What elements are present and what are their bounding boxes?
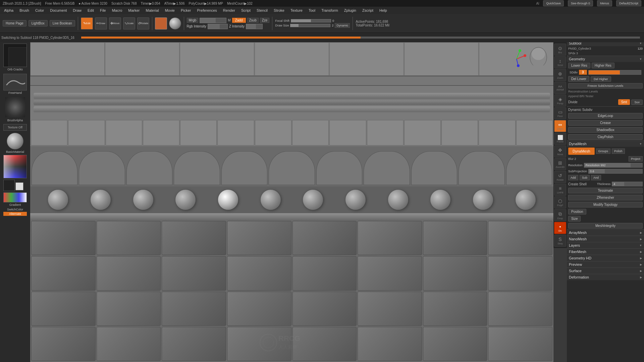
- see-through[interactable]: See-through 0: [568, 0, 593, 6]
- side-icon-persp[interactable]: ◈ Persp: [554, 95, 566, 107]
- add-btn[interactable]: Add: [568, 175, 578, 180]
- side-icon-skey[interactable]: S Skey: [554, 235, 566, 247]
- array-mesh-title[interactable]: ArrayMesh ▶: [567, 229, 644, 236]
- alternate-btn[interactable]: Alternate: [3, 212, 27, 216]
- surface-title[interactable]: Surface ▶: [567, 267, 644, 274]
- edit-btn[interactable]: ✎Edit: [81, 17, 93, 29]
- live-boolean-btn[interactable]: Live Boolean: [50, 20, 75, 26]
- menu-document[interactable]: Document: [47, 8, 69, 13]
- menu-alpha[interactable]: Alpha: [1, 8, 16, 13]
- subproj-slider[interactable]: 0.6: [588, 169, 643, 174]
- zsub-btn[interactable]: Zsub: [247, 18, 259, 23]
- menu-marker[interactable]: Marker: [125, 8, 142, 13]
- menu-stencil[interactable]: Stencil: [254, 8, 270, 13]
- lower-res-btn[interactable]: Lower Res: [568, 63, 590, 68]
- menu-script[interactable]: Script: [238, 8, 253, 13]
- project-btn[interactable]: Project: [629, 156, 643, 162]
- side-icon-zoom3d[interactable]: ⊞ Zoom3D: [554, 158, 566, 170]
- menu-zplugin[interactable]: Zplugin: [341, 8, 359, 13]
- size-btn[interactable]: Size: [568, 216, 581, 222]
- menu-brush[interactable]: Brush: [17, 8, 32, 13]
- modify-topo-btn[interactable]: Modify Topology: [568, 202, 643, 207]
- deformation-title[interactable]: Deformation ▶: [567, 274, 644, 280]
- geometry-hd-title[interactable]: Geometry HD ▶: [567, 255, 644, 261]
- side-icon-zoom[interactable]: ⊕ Zoom: [554, 69, 566, 81]
- focal-shift-slider[interactable]: [291, 19, 331, 22]
- side-icon-group[interactable]: ⧉ Dsup: [554, 209, 566, 221]
- menu-movie[interactable]: Movie: [162, 8, 177, 13]
- mesh-integrity-btn[interactable]: MeshIntegrity: [568, 223, 643, 229]
- lightbox-btn[interactable]: LightBox: [29, 20, 48, 26]
- menu-help[interactable]: Help: [377, 8, 390, 13]
- layers-title[interactable]: Layers ▼: [567, 242, 644, 248]
- edgeloop-btn[interactable]: EdgeLoop: [568, 113, 643, 119]
- menu-picker[interactable]: Picker: [178, 8, 194, 13]
- rotate-btn[interactable]: ↺Rotate: [137, 17, 149, 29]
- geometry-title[interactable]: Geometry ▼: [567, 56, 644, 62]
- crease-btn[interactable]: Crease: [568, 120, 643, 126]
- del-higher-btn[interactable]: Del Higher: [591, 76, 611, 82]
- side-icon-floor[interactable]: ▭ Floor: [554, 107, 566, 119]
- and-btn[interactable]: And: [591, 175, 601, 180]
- draw-size-slider[interactable]: [290, 24, 330, 27]
- side-icon-linfill[interactable]: ≡ LinFill: [554, 184, 566, 196]
- higher-res-btn[interactable]: Higher Res: [592, 63, 614, 68]
- sdiv-slider[interactable]: [588, 70, 641, 75]
- basic-material-item[interactable]: BasicMaterial: [0, 133, 30, 154]
- menu-material[interactable]: Material: [143, 8, 162, 13]
- sub-btn[interactable]: Sub: [580, 175, 590, 180]
- material-ball[interactable]: [169, 17, 181, 29]
- default-zscript[interactable]: DefaultZScript: [616, 0, 641, 6]
- canvas-area[interactable]: RRCG 人人素材: [30, 42, 553, 362]
- dynamic-btn[interactable]: Dynamic: [335, 23, 350, 28]
- color-swatch-foreground[interactable]: [3, 180, 15, 191]
- menu-macro[interactable]: Macro: [109, 8, 125, 13]
- menu-stroke[interactable]: Stroke: [271, 8, 287, 13]
- color-picker-area[interactable]: Gradient SwitchColor Alternate: [3, 155, 27, 216]
- groups-btn[interactable]: Groups: [596, 148, 611, 154]
- side-icon-div[interactable]: ▪ Div: [554, 222, 566, 234]
- side-icon-aahalf[interactable]: AA AAHalf: [554, 82, 566, 94]
- menu-color[interactable]: Color: [33, 8, 47, 13]
- menu-edit[interactable]: Edit: [85, 8, 97, 13]
- side-icon-zsym[interactable]: ⇔ ZSym: [554, 120, 566, 132]
- mrgb-btn[interactable]: Mrgb: [187, 18, 199, 23]
- preview-title[interactable]: Preview ▶: [567, 261, 644, 267]
- side-icon-frame[interactable]: ⬜ Frame: [554, 133, 566, 145]
- nano-mesh-title[interactable]: NanoMesh ▶: [567, 236, 644, 242]
- suv-btn[interactable]: Suv: [631, 100, 643, 105]
- rgb-slider[interactable]: Rgb: [200, 18, 226, 23]
- shadowbox-btn[interactable]: ShadowBox: [568, 127, 643, 133]
- menu-file[interactable]: File: [97, 8, 109, 13]
- brush-orb-cracks[interactable]: Orb Cracks: [2, 44, 29, 71]
- quick-save-btn[interactable]: QuickSave: [543, 0, 564, 6]
- draw-btn[interactable]: ✏Draw: [95, 17, 107, 29]
- menu-render[interactable]: Render: [220, 8, 238, 13]
- move-btn[interactable]: ✥Move: [109, 17, 121, 29]
- freeze-subdiv-btn[interactable]: Freeze SubDivision Levels: [568, 83, 643, 88]
- position-btn[interactable]: Position: [568, 209, 586, 215]
- z-intensity-slider[interactable]: 31: [246, 24, 263, 29]
- side-icon-bru[interactable]: ⊙ Bru: [554, 44, 566, 56]
- menu-draw[interactable]: Draw: [70, 8, 84, 13]
- dynamesh-main-btn[interactable]: DynaMesh: [568, 147, 595, 155]
- color-swatch-background[interactable]: [15, 182, 23, 190]
- menu-texture[interactable]: Texture: [288, 8, 305, 13]
- zremesher-btn[interactable]: ZRemesher: [568, 195, 643, 200]
- fiber-mesh-title[interactable]: FiberMesh ▶: [567, 248, 644, 255]
- side-icon-rotate[interactable]: ↺ Rotate: [554, 171, 566, 183]
- menu-tool[interactable]: Tool: [306, 8, 318, 13]
- side-icon-scroll[interactable]: ↕ Scrol: [554, 56, 566, 68]
- home-page-btn[interactable]: Home Page: [3, 20, 26, 26]
- side-icon-polyf[interactable]: ⬡ PolyF: [554, 196, 566, 208]
- resolution-slider[interactable]: Resolution 992: [584, 163, 643, 168]
- menu-transform[interactable]: Transform: [319, 8, 341, 13]
- brush-freehand[interactable]: FreeHand: [2, 74, 29, 95]
- scale-btn[interactable]: ⤡Scale: [123, 17, 135, 29]
- gradient-preview[interactable]: [3, 192, 27, 202]
- dynamesh-title[interactable]: DynaMesh ▼: [567, 140, 644, 147]
- claypolish-btn[interactable]: ClayPolish: [568, 134, 643, 140]
- rgb-intensity-slider[interactable]: 100: [208, 24, 228, 29]
- del-lower-btn[interactable]: Del Lower: [568, 76, 589, 82]
- menu-preferences[interactable]: Preferences: [195, 8, 220, 13]
